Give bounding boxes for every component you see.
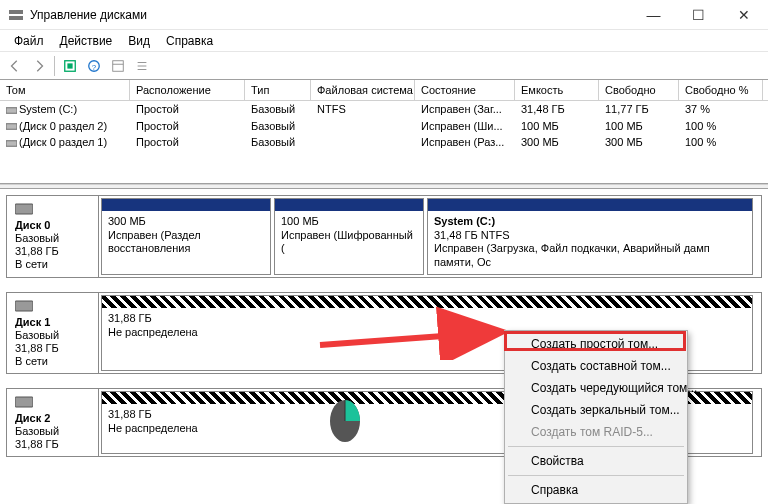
- context-menu-item[interactable]: Создать простой том...: [507, 333, 685, 355]
- disk-partition[interactable]: 300 МБИсправен (Раздел восстановления: [101, 198, 271, 275]
- context-menu-item[interactable]: Создать чередующийся том...: [507, 377, 685, 399]
- context-menu-item[interactable]: Создать зеркальный том...: [507, 399, 685, 421]
- volumes-table: Том Расположение Тип Файловая система Со…: [0, 80, 768, 184]
- disk-icon: [15, 202, 33, 216]
- table-row[interactable]: (Диск 0 раздел 1)ПростойБазовыйИсправен …: [0, 134, 768, 151]
- disk-icon: [15, 395, 33, 409]
- svg-rect-6: [113, 60, 124, 71]
- svg-rect-13: [6, 141, 17, 147]
- back-button[interactable]: [4, 55, 26, 77]
- disk-label[interactable]: Диск 1Базовый31,88 ГБВ сети: [7, 293, 99, 373]
- menubar: Файл Действие Вид Справка: [0, 30, 768, 52]
- svg-text:?: ?: [92, 62, 97, 71]
- disk-icon: [15, 299, 33, 313]
- disk-label[interactable]: Диск 2Базовый31,88 ГБ: [7, 389, 99, 456]
- volume-icon: [6, 121, 17, 132]
- context-menu-item[interactable]: Свойства: [507, 450, 685, 472]
- menu-help[interactable]: Справка: [158, 32, 221, 50]
- minimize-button[interactable]: —: [631, 0, 676, 29]
- disk-partition[interactable]: 100 МБИсправен (Шифрованный (: [274, 198, 424, 275]
- svg-rect-16: [15, 397, 33, 407]
- context-menu: Создать простой том...Создать составной …: [504, 330, 688, 504]
- forward-button[interactable]: [28, 55, 50, 77]
- svg-rect-3: [67, 63, 72, 68]
- col-free[interactable]: Свободно: [599, 80, 679, 100]
- context-menu-item[interactable]: Создать составной том...: [507, 355, 685, 377]
- table-header: Том Расположение Тип Файловая система Со…: [0, 80, 768, 101]
- menu-action[interactable]: Действие: [52, 32, 121, 50]
- volume-icon: [6, 105, 17, 116]
- refresh-button[interactable]: [59, 55, 81, 77]
- table-row[interactable]: System (C:)ПростойБазовыйNTFSИсправен (З…: [0, 101, 768, 118]
- volume-icon: [6, 138, 17, 149]
- window-title: Управление дисками: [30, 8, 631, 22]
- disk-label[interactable]: Диск 0Базовый31,88 ГБВ сети: [7, 196, 99, 277]
- list-button[interactable]: [131, 55, 153, 77]
- col-freepct[interactable]: Свободно %: [679, 80, 763, 100]
- properties-button[interactable]: [107, 55, 129, 77]
- close-button[interactable]: ✕: [721, 0, 766, 29]
- mouse-icon: [328, 398, 362, 444]
- app-icon: [8, 7, 24, 23]
- menu-file[interactable]: Файл: [6, 32, 52, 50]
- col-volume[interactable]: Том: [0, 80, 130, 100]
- svg-rect-11: [6, 107, 17, 113]
- col-filesystem[interactable]: Файловая система: [311, 80, 415, 100]
- col-type[interactable]: Тип: [245, 80, 311, 100]
- svg-rect-15: [15, 301, 33, 311]
- disk-partition[interactable]: System (C:)31,48 ГБ NTFSИсправен (Загруз…: [427, 198, 753, 275]
- table-row[interactable]: (Диск 0 раздел 2)ПростойБазовыйИсправен …: [0, 118, 768, 135]
- toolbar: ?: [0, 52, 768, 80]
- menu-view[interactable]: Вид: [120, 32, 158, 50]
- svg-rect-0: [9, 10, 23, 14]
- titlebar: Управление дисками — ☐ ✕: [0, 0, 768, 30]
- context-menu-item: Создать том RAID-5...: [507, 421, 685, 443]
- svg-rect-14: [15, 204, 33, 214]
- maximize-button[interactable]: ☐: [676, 0, 721, 29]
- svg-rect-1: [9, 16, 23, 20]
- col-capacity[interactable]: Емкость: [515, 80, 599, 100]
- svg-rect-12: [6, 124, 17, 130]
- col-status[interactable]: Состояние: [415, 80, 515, 100]
- disk-row: Диск 0Базовый31,88 ГБВ сети300 МБИсправе…: [6, 195, 762, 278]
- help-button[interactable]: ?: [83, 55, 105, 77]
- context-menu-item[interactable]: Справка: [507, 479, 685, 501]
- col-layout[interactable]: Расположение: [130, 80, 245, 100]
